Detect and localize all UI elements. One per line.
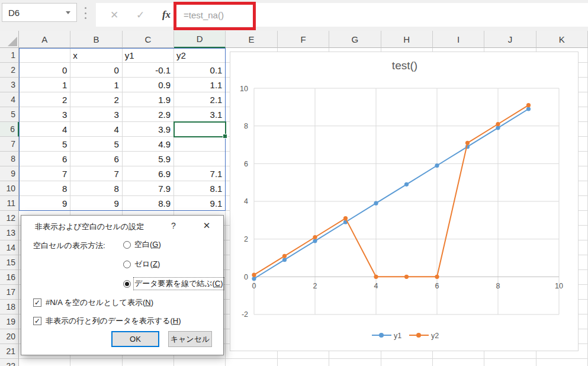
grid-cell-B8[interactable]: 6 xyxy=(70,152,122,166)
grid-cell-D8[interactable] xyxy=(174,152,226,166)
ok-button[interactable]: OK xyxy=(111,331,159,347)
cancel-button[interactable]: キャンセル xyxy=(168,331,212,347)
row-header-19[interactable]: 19 xyxy=(0,314,19,329)
grid-cell-A7[interactable]: 5 xyxy=(19,137,70,152)
grid-cell-B11[interactable]: 9 xyxy=(70,196,122,211)
grid-cell-C2[interactable]: -0.1 xyxy=(123,63,174,78)
row-header-20[interactable]: 20 xyxy=(0,329,19,344)
row-header-7[interactable]: 7 xyxy=(0,137,19,152)
column-header-K[interactable]: K xyxy=(536,31,588,48)
grid-cell-C5[interactable]: 2.9 xyxy=(123,107,174,122)
grid-cell-A22[interactable] xyxy=(19,359,70,366)
grid-cell-H22[interactable] xyxy=(381,359,433,366)
grid-cell-B2[interactable]: 0 xyxy=(70,63,122,78)
name-box-dropdown-icon[interactable] xyxy=(66,11,70,14)
grid-cell-D10[interactable]: 8.1 xyxy=(174,181,226,196)
column-header-F[interactable]: F xyxy=(278,31,329,48)
grid-cell-D22[interactable] xyxy=(174,359,226,366)
grid-cell-F22[interactable] xyxy=(278,359,329,366)
grid-cell-C9[interactable]: 6.9 xyxy=(123,166,174,181)
chart-object[interactable]: test() 0246810-20246810y1y2 xyxy=(230,52,579,351)
grid-cell-A1[interactable] xyxy=(19,48,70,63)
grid-cell-C11[interactable]: 8.9 xyxy=(123,196,174,211)
grid-cell-D1[interactable]: y2 xyxy=(174,48,226,63)
grid-cell-C3[interactable]: 0.9 xyxy=(123,78,174,92)
row-header-14[interactable]: 14 xyxy=(0,240,19,255)
row-header-3[interactable]: 3 xyxy=(0,78,19,92)
radio-icon-Z[interactable] xyxy=(123,261,131,268)
grid-cell-C1[interactable]: y1 xyxy=(123,48,174,63)
row-header-5[interactable]: 5 xyxy=(0,107,19,122)
dialog-help-icon[interactable]: ? xyxy=(167,219,180,232)
column-header-I[interactable]: I xyxy=(433,31,484,48)
column-header-D[interactable]: D xyxy=(174,31,226,48)
grid-cell-G22[interactable] xyxy=(329,359,381,366)
grid-cell-B6[interactable]: 4 xyxy=(70,122,122,137)
row-header-16[interactable]: 16 xyxy=(0,270,19,285)
grid-cell-A8[interactable]: 6 xyxy=(19,152,70,166)
grid-cell-A3[interactable]: 1 xyxy=(19,78,70,92)
selected-cell-border[interactable] xyxy=(173,121,226,137)
row-header-15[interactable]: 15 xyxy=(0,255,19,270)
column-header-A[interactable]: A xyxy=(19,31,70,48)
grid-cell-D4[interactable]: 2.1 xyxy=(174,92,226,107)
grid-cell-D2[interactable]: 0.1 xyxy=(174,63,226,78)
fill-handle[interactable] xyxy=(223,134,227,139)
dialog-close-icon[interactable]: ✕ xyxy=(198,219,216,232)
column-header-B[interactable]: B xyxy=(70,31,122,48)
grid-cell-J22[interactable] xyxy=(484,359,536,366)
column-header-H[interactable]: H xyxy=(381,31,433,48)
grid-cell-B7[interactable]: 5 xyxy=(70,137,122,152)
checkbox-icon-N[interactable]: ✓ xyxy=(33,298,41,307)
grid-cell-C7[interactable]: 4.9 xyxy=(123,137,174,152)
radio-option-G[interactable]: 空白(G) xyxy=(123,239,161,250)
radio-icon-G[interactable] xyxy=(123,241,131,249)
row-header-22[interactable]: 22 xyxy=(0,359,19,366)
row-header-6[interactable]: 6 xyxy=(0,122,19,137)
grid-cell-B1[interactable]: x xyxy=(70,48,122,63)
radio-option-Z[interactable]: ゼロ(Z) xyxy=(123,259,160,269)
row-header-18[interactable]: 18 xyxy=(0,300,19,314)
grid-cell-C22[interactable] xyxy=(123,359,174,366)
row-header-17[interactable]: 17 xyxy=(0,285,19,300)
grid-cell-D5[interactable]: 3.1 xyxy=(174,107,226,122)
radio-icon-C[interactable] xyxy=(123,280,131,288)
grid-cell-I22[interactable] xyxy=(433,359,484,366)
grid-cell-B3[interactable]: 1 xyxy=(70,78,122,92)
grid-cell-B9[interactable]: 7 xyxy=(70,166,122,181)
column-header-E[interactable]: E xyxy=(226,31,277,48)
column-header-J[interactable]: J xyxy=(484,31,536,48)
grid-cell-C4[interactable]: 1.9 xyxy=(123,92,174,107)
grid-cell-A6[interactable]: 4 xyxy=(19,122,70,137)
grid-cell-B10[interactable]: 8 xyxy=(70,181,122,196)
grid-cell-A4[interactable]: 2 xyxy=(19,92,70,107)
grid-cell-C6[interactable]: 3.9 xyxy=(123,122,174,137)
row-header-2[interactable]: 2 xyxy=(0,63,19,78)
grid-cell-B22[interactable] xyxy=(70,359,122,366)
formula-input[interactable]: =test_na() xyxy=(184,3,224,27)
grid-cell-K22[interactable] xyxy=(536,359,588,366)
grid-cell-D7[interactable] xyxy=(174,137,226,152)
grid-cell-A11[interactable]: 9 xyxy=(19,196,70,211)
grid-cell-B5[interactable]: 3 xyxy=(70,107,122,122)
grid-cell-A9[interactable]: 7 xyxy=(19,166,70,181)
grid-cell-E22[interactable] xyxy=(226,359,277,366)
cancel-icon[interactable]: ✕ xyxy=(104,3,124,27)
row-header-12[interactable]: 12 xyxy=(0,211,19,226)
grid-cell-A5[interactable]: 3 xyxy=(19,107,70,122)
grid-cell-D11[interactable]: 9.1 xyxy=(174,196,226,211)
column-header-C[interactable]: C xyxy=(123,31,174,48)
grid-cell-D3[interactable]: 1.1 xyxy=(174,78,226,92)
name-box[interactable]: D6 xyxy=(2,3,77,22)
enter-icon[interactable]: ✓ xyxy=(130,3,150,27)
row-header-9[interactable]: 9 xyxy=(0,166,19,181)
select-all-corner[interactable] xyxy=(0,31,19,48)
row-header-21[interactable]: 21 xyxy=(0,344,19,359)
row-header-13[interactable]: 13 xyxy=(0,226,19,240)
row-header-8[interactable]: 8 xyxy=(0,152,19,166)
checkbox-option-N[interactable]: ✓#N/A を空のセルとして表示(N) xyxy=(33,297,153,308)
checkbox-option-H[interactable]: ✓非表示の行と列のデータを表示する(H) xyxy=(33,316,181,326)
legend-item-y1[interactable]: y1 xyxy=(372,332,401,340)
legend-item-y2[interactable]: y2 xyxy=(409,332,439,340)
radio-option-C[interactable]: データ要素を線で結ぶ(C) xyxy=(123,278,223,289)
